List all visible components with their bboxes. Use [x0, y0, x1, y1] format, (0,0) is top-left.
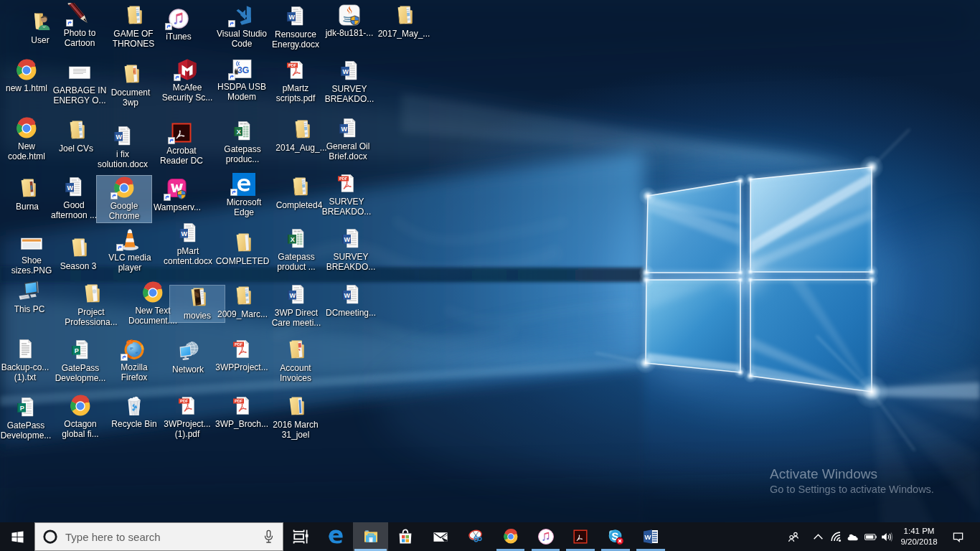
- desktop-icon-season-3[interactable]: Season 3: [51, 236, 105, 273]
- desktop-icon-vlc-media-player[interactable]: VLC media player: [103, 227, 157, 274]
- tray-battery-icon[interactable]: [862, 522, 879, 551]
- desktop-icon-completed4[interactable]: Completed4: [272, 175, 326, 212]
- word-icon: [110, 124, 135, 149]
- desktop-icon-photo-to-cartoon[interactable]: Photo to Cartoon: [52, 3, 107, 50]
- desktop-icon-acrobat-reader-dc[interactable]: Acrobat Reader DC: [154, 121, 209, 167]
- desktop-icon-recycle-bin[interactable]: Recycle Bin: [107, 394, 161, 430]
- desktop-icon-completed-folder[interactable]: COMPLETED: [215, 231, 270, 268]
- folder-docs-icon: [392, 4, 416, 28]
- word-icon: [62, 175, 86, 199]
- desktop-icon-gatepass-dev-1[interactable]: GatePass Developme...: [53, 338, 108, 385]
- desktop-icon-itunes[interactable]: iTunes: [151, 6, 206, 43]
- desktop-icon-label: VLC media player: [108, 253, 151, 273]
- desktop-icon-hsdpa-usb-modem[interactable]: HSDPA USB Modem: [215, 57, 269, 103]
- pdf-icon: [230, 394, 254, 418]
- desktop-icon-folder-2009-marc[interactable]: 2009_Marc...: [215, 284, 270, 321]
- desktop-icon-label: 3WPProject...: [215, 362, 268, 372]
- desktop-icon-label: 2017_May_...: [378, 29, 430, 39]
- desktop-icon-survey-breakdown-3[interactable]: SURVEY BREAKDO...: [324, 227, 378, 273]
- vlc-icon: [118, 227, 142, 252]
- folder-movies-icon: [185, 286, 209, 310]
- desktop-icon-backup-co-txt[interactable]: Backup-co... (1).txt: [0, 337, 52, 384]
- taskbar-button-acrobat[interactable]: [563, 522, 598, 551]
- start-button[interactable]: [0, 522, 34, 551]
- tray-hidden-icons-chevron-icon[interactable]: [809, 522, 826, 551]
- mcafee-icon: [175, 57, 199, 82]
- desktop-icon-octagon-global[interactable]: Octagon global fi...: [53, 394, 108, 441]
- desktop-icon-folder-2016-march[interactable]: 2016 March 31_joel: [268, 395, 323, 441]
- desktop-icon-3wproject-1-pdf[interactable]: 3WProject... (1).pdf: [160, 394, 215, 441]
- shortcut-arrow-icon: [228, 20, 235, 27]
- desktop-icon-account-invoices[interactable]: Account Invoices: [268, 338, 323, 385]
- desktop-icons-area: UserPhoto to CartoonGAME OF THRONESiTune…: [0, 0, 980, 522]
- desktop-icon-garbage-in-energy[interactable]: GARBAGE IN ENERGY O...: [52, 60, 107, 107]
- action-center-button[interactable]: [947, 522, 969, 551]
- desktop-icon-general-oil-brief[interactable]: General Oil Brief.docx: [321, 116, 375, 163]
- folder-plain-icon: [230, 231, 255, 255]
- tray-volume-icon[interactable]: [878, 522, 895, 551]
- desktop-icon-microsoft-edge[interactable]: Microsoft Edge: [217, 172, 271, 219]
- desktop-icon-jdk-installer[interactable]: jdk-8u181-...: [322, 3, 377, 39]
- desktop-icon-label: User: [31, 35, 49, 45]
- desktop-icon-document-3wp[interactable]: Document 3wp: [103, 62, 158, 109]
- desktop-icon-mozilla-firefox[interactable]: Mozilla Firefox: [107, 337, 161, 384]
- desktop-icon-gatepass-produc[interactable]: Gatepass produc...: [215, 119, 270, 166]
- taskbar-button-word[interactable]: [633, 522, 669, 551]
- desktop-icon-label: McAfee Security Sc...: [162, 83, 213, 103]
- desktop-icon-3wpproject-pdf[interactable]: 3WPProject...: [215, 337, 269, 374]
- chrome-icon: [502, 528, 519, 545]
- desktop-icon-label: Completed4: [276, 200, 323, 210]
- watermark-title: Activate Windows: [770, 466, 934, 481]
- txt-icon: [13, 337, 37, 362]
- desktop-icon-google-chrome[interactable]: Google Chrome: [97, 176, 151, 222]
- desktop-icon-mcafee-security[interactable]: McAfee Security Sc...: [160, 57, 215, 104]
- taskbar-button-edge[interactable]: [318, 522, 353, 551]
- taskbar-button-store[interactable]: [388, 522, 423, 551]
- pdf-icon: [283, 58, 308, 83]
- pdf-icon: [230, 337, 254, 362]
- taskbar-button-snipping-tool[interactable]: [458, 522, 494, 551]
- desktop-icon-this-pc[interactable]: This PC: [2, 279, 57, 316]
- desktop-icon-pmart-content[interactable]: pMart content.docx: [161, 221, 215, 268]
- taskbar-search[interactable]: Type here to search: [34, 522, 283, 551]
- desktop-icon-gatepass-product[interactable]: Gatepass product ...: [269, 227, 324, 273]
- desktop-icon-3wp-direct-care[interactable]: 3WP Direct Care meeti...: [269, 283, 324, 329]
- taskbar-button-task-view[interactable]: [283, 522, 319, 551]
- desktop-icon-label: pMartz scripts.pdf: [276, 83, 316, 103]
- desktop-icon-gatepass-dev-2[interactable]: GatePass Developme...: [0, 395, 53, 442]
- taskbar-button-itunes[interactable]: [528, 522, 563, 551]
- tray-wifi-icon[interactable]: [827, 522, 844, 551]
- tray-onedrive-icon[interactable]: [844, 522, 861, 551]
- desktop-icon-new-1-html[interactable]: new 1.html: [0, 58, 54, 95]
- vscode-icon: [230, 4, 254, 28]
- taskbar-button-mail[interactable]: [423, 522, 458, 551]
- taskbar-clock[interactable]: 1:41 PM 9/20/2018: [897, 522, 941, 551]
- desktop-icon-3wp-broch-pdf[interactable]: 3WP_Broch...: [215, 394, 269, 430]
- desktop-icon-dcmeeting[interactable]: DCmeeting...: [324, 283, 378, 319]
- desktop-icon-rensource-energy[interactable]: Rensource Energy.docx: [268, 4, 323, 51]
- desktop-icon-wampserver[interactable]: Wampserv...: [150, 177, 204, 214]
- microphone-icon: [263, 529, 274, 544]
- desktop-icon-good-afternoon[interactable]: Good afternoon ...: [47, 175, 101, 222]
- action-center-icon: [952, 531, 964, 543]
- taskbar-button-file-explorer[interactable]: [353, 522, 388, 551]
- desktop-icon-label: Microsoft Edge: [227, 197, 262, 217]
- windows-desktop: UserPhoto to CartoonGAME OF THRONESiTune…: [0, 0, 980, 551]
- java-icon: [337, 3, 362, 27]
- desktop-icon-folder-2017-may[interactable]: 2017_May_...: [377, 4, 431, 40]
- thispc-icon: [17, 279, 42, 303]
- firefox-icon: [122, 337, 146, 362]
- taskbar-button-chrome[interactable]: [493, 522, 528, 551]
- publisher-icon: [68, 338, 93, 362]
- desktop-icon-survey-breakdown-2[interactable]: SURVEY BREAKDO...: [319, 171, 374, 218]
- desktop-icon-visual-studio-code[interactable]: Visual Studio Code: [215, 4, 269, 50]
- desktop-icon-pmartz-scripts[interactable]: pMartz scripts.pdf: [268, 58, 323, 105]
- tray-people-icon[interactable]: [785, 522, 802, 551]
- taskbar-button-skype[interactable]: [598, 522, 633, 551]
- desktop-icon-new-code-html[interactable]: New code.html: [0, 116, 54, 163]
- desktop-icon-i-fix-solution[interactable]: i fix solution.docx: [95, 124, 150, 171]
- desktop-icon-survey-breakdown-1[interactable]: SURVEY BREAKDO...: [322, 59, 377, 105]
- desktop-icon-project-professional[interactable]: Project Professiona...: [64, 282, 118, 329]
- cortana-icon: [42, 529, 58, 545]
- desktop-icon-network[interactable]: Network: [161, 339, 215, 376]
